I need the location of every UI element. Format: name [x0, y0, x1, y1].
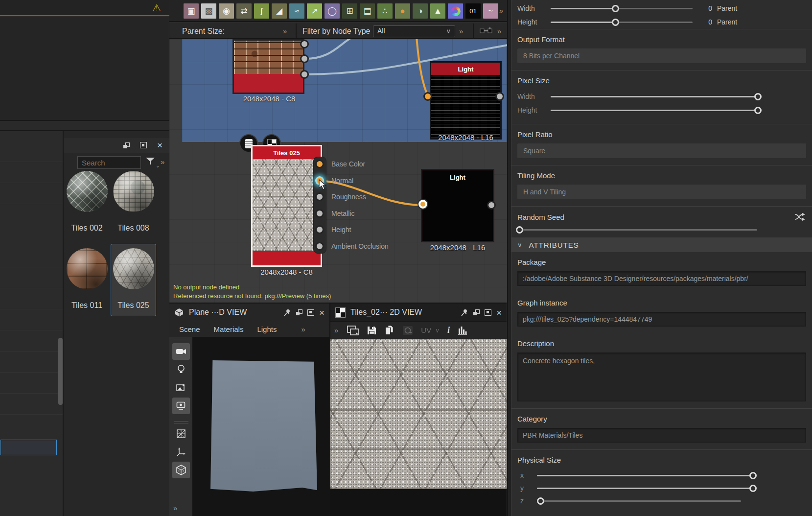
light-node-top[interactable]: Light — [430, 61, 502, 140]
display-options-icon[interactable] — [347, 326, 359, 335]
display-settings-button[interactable] — [172, 398, 190, 414]
physical-y-slider[interactable] — [537, 488, 753, 489]
pin-output[interactable] — [300, 40, 309, 48]
fullscreen-icon[interactable] — [307, 309, 314, 316]
explorer-row[interactable] — [0, 246, 63, 267]
environment-tool-button[interactable] — [172, 379, 190, 396]
explorer-row[interactable] — [0, 162, 63, 183]
output-format-select[interactable]: 8 Bits per Channel — [517, 48, 806, 63]
toolbar-grip[interactable] — [174, 421, 188, 423]
explorer-list[interactable] — [0, 131, 64, 516]
view2d-toolbar-overflow[interactable]: » — [334, 326, 338, 334]
filter-overflow-chevron[interactable]: » — [459, 27, 463, 35]
directional-blur-icon[interactable]: ◢ — [272, 3, 287, 19]
texture-2d-image[interactable] — [330, 339, 507, 489]
info-icon[interactable]: i — [447, 325, 450, 335]
height-slider[interactable] — [551, 22, 693, 23]
material-card-tiles-002[interactable]: Tiles 002 — [64, 166, 110, 239]
node-toolbar-overflow-chevron[interactable]: » — [499, 6, 503, 15]
camera-tool-button[interactable] — [172, 343, 190, 360]
pin-icon[interactable] — [460, 308, 468, 317]
restore-icon[interactable] — [473, 309, 480, 315]
blur-icon[interactable]: ◉ — [219, 3, 234, 19]
restore-icon[interactable] — [296, 309, 302, 315]
uniform-color-icon[interactable]: ▣ — [184, 3, 199, 19]
link-nodes-icon[interactable] — [480, 26, 492, 37]
blend-icon[interactable]: ▩ — [201, 3, 216, 19]
save-icon[interactable] — [367, 326, 377, 335]
histogram-scan-icon[interactable]: ▲ — [430, 3, 445, 19]
explorer-row[interactable] — [0, 372, 63, 393]
curve-icon[interactable]: ʃ — [254, 3, 269, 19]
attributes-header[interactable]: ∨ ATTRIBUTES — [511, 237, 812, 252]
filter-node-type-select[interactable]: All ∨ — [373, 25, 455, 37]
explorer-row[interactable] — [0, 183, 63, 204]
pin-ambient-occlusion[interactable] — [315, 242, 324, 251]
random-seed-slider[interactable] — [517, 229, 757, 231]
tab-scene[interactable]: Scene — [179, 325, 200, 333]
pin-base-color[interactable] — [315, 160, 324, 168]
physical-z-slider[interactable] — [537, 500, 741, 502]
scatter-icon[interactable]: ∴ — [377, 3, 393, 19]
tab-materials[interactable]: Materials — [214, 325, 244, 333]
warp-icon[interactable]: ≈ — [289, 3, 304, 19]
parent-size-overflow-chevron[interactable]: » — [283, 27, 287, 35]
transformation-icon[interactable]: ↗ — [307, 3, 322, 19]
copy-icon[interactable] — [385, 325, 394, 335]
pin-light-input[interactable] — [418, 200, 427, 209]
bitmap-icon[interactable]: 01 — [465, 3, 481, 19]
material-card-tiles-011[interactable]: Tiles 011 — [64, 244, 110, 316]
normal-icon[interactable]: ◑ — [413, 3, 428, 19]
material-card-tiles-008[interactable]: Tiles 008 — [111, 166, 156, 239]
material-card-tiles-025[interactable]: Tiles 025 — [111, 244, 156, 316]
warning-icon[interactable]: ⚠ — [150, 2, 163, 14]
close-icon[interactable]: × — [157, 142, 162, 148]
view3d-toolbar-overflow[interactable]: » — [173, 504, 177, 512]
light-tool-button[interactable] — [172, 361, 190, 378]
library-overflow-chevron[interactable]: » — [161, 158, 164, 166]
restore-icon[interactable] — [123, 142, 130, 148]
pixel-width-slider[interactable] — [551, 96, 758, 97]
pin-light-output[interactable] — [495, 92, 504, 101]
toolbar-grip[interactable] — [174, 339, 188, 341]
light-node-bottom[interactable]: Light — [421, 169, 494, 242]
viewport-3d[interactable] — [192, 337, 329, 516]
options-overflow-chevron[interactable]: » — [497, 27, 501, 35]
pixel-height-slider[interactable] — [551, 110, 758, 111]
tab-lights[interactable]: Lights — [257, 325, 277, 333]
explorer-scrollbar[interactable] — [58, 338, 63, 405]
pin-light-input[interactable] — [423, 92, 432, 101]
explorer-row[interactable] — [0, 288, 63, 309]
pin-metallic[interactable] — [315, 209, 324, 218]
pin-output[interactable] — [300, 54, 309, 63]
plane-mesh[interactable] — [210, 360, 317, 492]
explorer-row[interactable] — [0, 204, 63, 225]
explorer-row[interactable] — [0, 330, 63, 351]
shape-icon[interactable]: ◯ — [325, 3, 340, 19]
description-field[interactable]: Concrete hexagon tiles, — [517, 352, 806, 401]
fullscreen-icon[interactable] — [485, 309, 491, 316]
cube-view-button[interactable] — [172, 462, 190, 478]
pin-output[interactable] — [300, 70, 309, 79]
tiles-025-node[interactable]: Tiles 025 — [251, 145, 322, 267]
axes-toggle-button[interactable] — [172, 444, 190, 460]
explorer-row[interactable] — [0, 267, 63, 288]
category-field[interactable]: PBR Materials/Tiles — [517, 428, 806, 443]
filter-funnel-icon[interactable]: ⌄ — [146, 158, 156, 167]
close-icon[interactable]: × — [496, 309, 502, 316]
physical-x-slider[interactable] — [537, 475, 753, 476]
wireframe-toggle-button[interactable] — [172, 425, 190, 442]
pixel-ratio-select[interactable]: Square — [517, 143, 806, 158]
tile-sampler-icon[interactable]: ⊞ — [342, 3, 357, 19]
explorer-row[interactable] — [0, 351, 63, 372]
directional-warp-icon[interactable]: ⇄ — [236, 3, 252, 19]
explorer-selected-row[interactable] — [0, 440, 57, 455]
gradient-map-icon[interactable]: ▤ — [360, 3, 375, 19]
panel-divider[interactable] — [507, 0, 511, 516]
fullscreen-icon[interactable] — [140, 142, 147, 148]
explorer-row[interactable] — [0, 309, 63, 330]
tabs-overflow-chevron[interactable]: » — [301, 325, 305, 333]
graph-instance-field[interactable]: pkg:///tiles_025?dependency=1444847749 — [517, 312, 806, 327]
width-slider[interactable] — [551, 8, 693, 9]
histogram-icon[interactable] — [458, 326, 467, 335]
